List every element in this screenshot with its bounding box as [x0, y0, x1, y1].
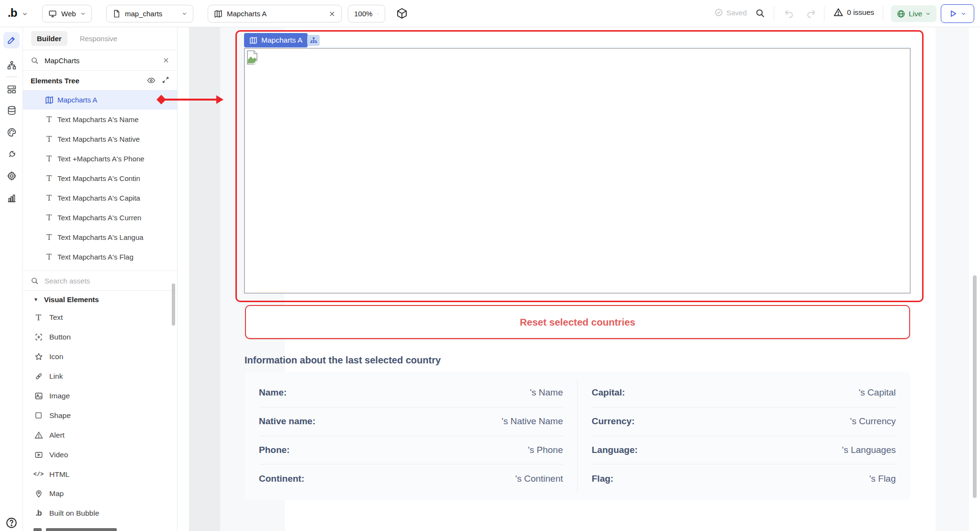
elements-tree-title: Elements Tree	[31, 77, 79, 85]
design-tab-button[interactable]	[3, 32, 20, 48]
styles-tab-button[interactable]	[3, 124, 20, 140]
palette-item-image[interactable]: Image	[23, 386, 177, 406]
tree-item[interactable]: TText Mapcharts A's Native	[23, 129, 177, 149]
info-value: 's Phone	[528, 445, 563, 455]
components-tab-button[interactable]	[3, 81, 20, 97]
tree-item[interactable]: TText Mapcharts A's Capita	[23, 188, 177, 208]
map-pin-icon	[33, 489, 44, 498]
tree-item[interactable]: TText Mapcharts A's Name	[23, 110, 177, 129]
palette-item-text[interactable]: T Text	[23, 308, 177, 328]
reset-countries-button[interactable]: Reset selected countries	[245, 305, 910, 339]
palette-item-icon[interactable]: Icon	[23, 347, 177, 367]
info-label: Currency:	[592, 416, 635, 427]
info-label: Language:	[592, 445, 638, 455]
page-select[interactable]: map_charts	[106, 5, 193, 23]
palette-item-video[interactable]: Video	[23, 445, 177, 464]
search-icon[interactable]	[755, 8, 765, 18]
assets-search-placeholder: Search assets	[45, 277, 90, 285]
expand-icon[interactable]	[162, 76, 169, 84]
caret-down-icon: ▼	[33, 297, 38, 302]
editor-canvas[interactable]: Mapcharts A Reset selected countries Inf…	[178, 27, 980, 531]
help-button[interactable]	[4, 516, 19, 530]
info-row-phone: Phone: 's Phone	[259, 436, 563, 465]
logs-tab-button[interactable]	[3, 190, 20, 206]
text-icon: T	[45, 252, 54, 261]
palette-item-label: HTML	[49, 470, 69, 479]
bubble-logo[interactable]: .b	[8, 6, 17, 20]
info-label: Flag:	[592, 474, 613, 484]
text-icon: T	[45, 154, 54, 163]
info-value: 's Continent	[515, 474, 563, 484]
palette-item-alert[interactable]: Alert	[23, 425, 177, 445]
top-bar: .b Web map_charts Mapcharts A 100% Saved…	[0, 0, 980, 27]
close-icon[interactable]	[329, 11, 335, 17]
selected-element-badge[interactable]: Mapcharts A	[244, 33, 308, 47]
element-hierarchy-badge[interactable]	[307, 35, 320, 46]
live-version-chip[interactable]: Live	[891, 5, 936, 22]
card-column-divider	[577, 379, 578, 493]
info-label: Continent:	[259, 474, 304, 484]
info-label: Name:	[259, 387, 287, 398]
search-icon	[31, 277, 39, 285]
palette-item-label: Icon	[49, 352, 63, 361]
tab-mapcharts-a[interactable]: Mapcharts A	[208, 5, 342, 23]
clipped-palette-item	[23, 528, 177, 531]
plugins-tab-button[interactable]	[3, 146, 20, 162]
sitemap-icon	[310, 37, 317, 44]
tab-builder[interactable]: Builder	[31, 31, 67, 46]
canvas-scrollbar[interactable]	[973, 275, 977, 498]
text-icon: T	[45, 213, 54, 222]
visual-elements-section[interactable]: ▼ Visual Elements	[23, 291, 177, 308]
chevron-down-icon[interactable]	[22, 11, 28, 17]
map-icon	[249, 36, 257, 45]
tree-item-label: Text Mapcharts A's Capita	[57, 194, 140, 202]
clear-search-icon[interactable]	[163, 57, 169, 64]
shape-icon	[33, 411, 44, 419]
reset-button-label: Reset selected countries	[520, 316, 635, 328]
video-icon	[33, 451, 44, 459]
palette-item-html[interactable]: </> HTML	[23, 464, 177, 484]
text-icon: T	[45, 233, 54, 242]
alert-icon	[33, 431, 44, 440]
text-icon: T	[33, 313, 44, 322]
elements-search-field[interactable]: MapCharts	[23, 50, 177, 71]
component-cube-icon[interactable]	[396, 8, 408, 19]
zoom-select[interactable]: 100%	[348, 5, 385, 23]
chevron-down-icon[interactable]	[961, 11, 966, 16]
data-tab-button[interactable]	[3, 102, 20, 118]
tree-item-mapcharts-a[interactable]: Mapcharts A	[23, 90, 177, 110]
country-info-card: Name: 's Name Native name: 's Native Nam…	[245, 372, 910, 500]
issues-indicator[interactable]: 0 issues	[834, 8, 874, 17]
palette-item-link[interactable]: Link	[23, 367, 177, 386]
preview-button[interactable]	[941, 4, 974, 23]
tree-item[interactable]: TText Mapcharts A's Curren	[23, 208, 177, 227]
tree-item[interactable]: TText Mapcharts A's Flag	[23, 247, 177, 267]
tree-item[interactable]: TText Mapcharts A's Contin	[23, 169, 177, 188]
tree-item[interactable]: TText +Mapcharts A's Phone	[23, 149, 177, 169]
redo-icon[interactable]	[806, 8, 816, 19]
settings-tab-button[interactable]	[3, 168, 20, 184]
palette-item-button[interactable]: Button	[23, 328, 177, 347]
chevron-down-icon	[925, 11, 931, 16]
text-icon: T	[45, 174, 54, 183]
tree-item[interactable]: TText Mapcharts A's Langua	[23, 227, 177, 247]
workflow-tab-button[interactable]	[3, 57, 20, 73]
platform-select[interactable]: Web	[42, 5, 92, 23]
monitor-icon	[48, 10, 57, 18]
palette-item-label: Text	[49, 313, 63, 322]
info-value: 's Native Name	[501, 416, 563, 427]
undo-icon[interactable]	[784, 8, 794, 19]
eye-icon[interactable]	[147, 76, 156, 85]
palette-item-shape[interactable]: Shape	[23, 406, 177, 425]
assets-search-field[interactable]: Search assets	[23, 271, 177, 291]
globe-icon	[897, 10, 905, 18]
link-icon	[33, 372, 44, 381]
tree-item-label: Text Mapcharts A's Flag	[57, 253, 134, 261]
palette-item-built-on-bubble[interactable]: .b Built on Bubble	[23, 504, 177, 523]
tree-item-label: Text Mapcharts A's Name	[57, 115, 139, 124]
visual-elements-title: Visual Elements	[44, 295, 99, 304]
pencil-icon	[7, 35, 16, 45]
tab-responsive[interactable]: Responsive	[74, 31, 123, 46]
palette-item-map[interactable]: Map	[23, 484, 177, 504]
sidebar-scrollbar[interactable]	[172, 283, 175, 326]
